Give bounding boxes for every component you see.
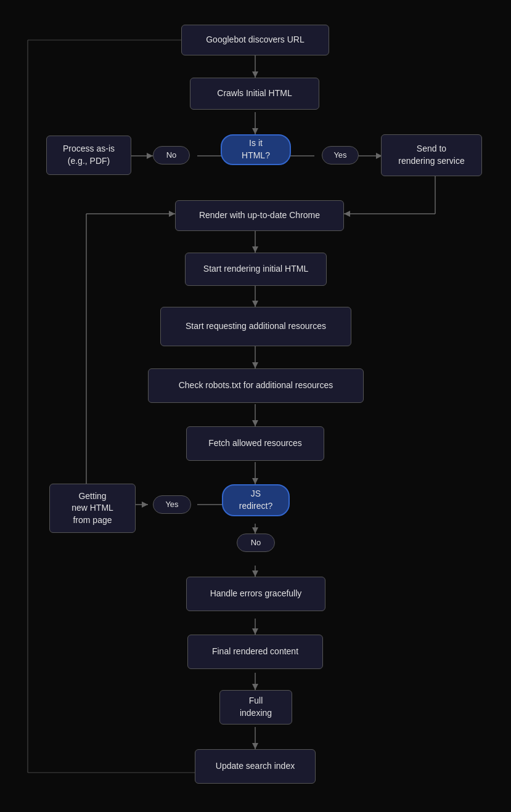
js-redirect-label: JS redirect? [237,488,275,512]
full-indexing-label: Full indexing [232,695,279,719]
process-as-is-node: Process as-is (e.g., PDF) [46,136,131,175]
final-rendered-label: Final rendered content [212,646,298,658]
js-redirect-node: JS redirect? [222,484,290,516]
handle-errors-node: Handle errors gracefully [186,577,325,611]
final-rendered-node: Final rendered content [187,635,323,669]
no-down-oval: No [237,534,275,552]
no-left-label: No [166,150,177,161]
fetch-allowed-node: Fetch allowed resources [186,426,324,461]
fetch-allowed-label: Fetch allowed resources [208,437,302,450]
getting-new-html-node: Getting new HTML from page [49,484,136,533]
getting-new-html-label: Getting new HTML from page [72,490,113,527]
send-to-rendering-label: Send to rendering service [398,143,464,167]
svg-marker-25 [142,501,148,508]
svg-marker-36 [252,684,258,690]
svg-marker-1 [252,71,258,78]
yes-left-oval: Yes [153,495,191,514]
svg-marker-12 [344,211,350,217]
no-left-oval: No [153,146,190,164]
yes-right-oval: Yes [322,146,359,164]
svg-marker-32 [252,570,258,577]
process-as-is-label: Process as-is (e.g., PDF) [63,143,115,167]
start-requesting-node: Start requesting additional resources [160,307,351,346]
googlebot-node: Googlebot discovers URL [181,25,329,55]
crawls-node: Crawls Initial HTML [190,78,319,110]
svg-marker-3 [252,128,258,134]
svg-marker-30 [252,527,258,534]
svg-marker-16 [252,301,258,307]
check-robots-label: Check robots.txt for additional resource… [179,380,333,392]
start-requesting-label: Start requesting additional resources [186,320,326,333]
update-search-node: Update search index [195,749,316,784]
yes-right-label: Yes [333,150,346,161]
update-search-label: Update search index [216,760,295,773]
is-html-label: Is it HTML? [235,137,276,161]
full-indexing-node: Full indexing [219,690,292,725]
crawls-label: Crawls Initial HTML [217,87,292,100]
check-robots-node: Check robots.txt for additional resource… [148,368,364,403]
flowchart: Googlebot discovers URL Crawls Initial H… [0,0,511,812]
start-rendering-label: Start rendering initial HTML [203,263,308,275]
googlebot-label: Googlebot discovers URL [206,34,305,46]
no-down-label: No [251,537,261,548]
svg-marker-14 [252,246,258,253]
is-html-node: Is it HTML? [221,134,291,165]
svg-marker-20 [252,420,258,426]
svg-marker-6 [147,153,153,159]
yes-left-label: Yes [165,499,178,510]
svg-marker-18 [252,362,258,368]
svg-marker-28 [169,211,175,217]
start-rendering-node: Start rendering initial HTML [185,253,327,286]
svg-marker-34 [252,628,258,635]
handle-errors-label: Handle errors gracefully [210,588,302,600]
svg-marker-22 [252,478,258,484]
svg-marker-38 [252,743,258,749]
render-chrome-label: Render with up-to-date Chrome [199,209,320,222]
render-chrome-node: Render with up-to-date Chrome [175,200,344,231]
send-to-rendering-node: Send to rendering service [381,134,482,176]
